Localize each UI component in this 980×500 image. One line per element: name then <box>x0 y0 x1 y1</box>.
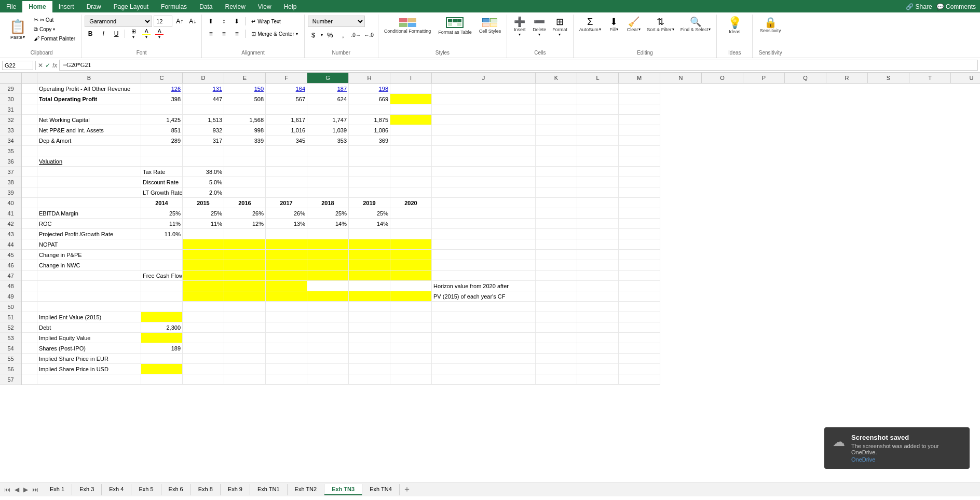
cell-H47[interactable] <box>349 271 390 281</box>
sheet-tab-exh-1[interactable]: Exh 1 <box>43 484 72 495</box>
cell-I46[interactable] <box>390 260 432 271</box>
cell-E46[interactable] <box>224 260 266 271</box>
cell-K45[interactable] <box>536 250 577 260</box>
cell-I48[interactable] <box>390 281 432 291</box>
cell-D50[interactable] <box>183 302 224 312</box>
cell-I33[interactable] <box>390 125 432 136</box>
tab-review[interactable]: Review <box>219 1 251 12</box>
cell-A35[interactable] <box>22 146 37 156</box>
cell-B47[interactable] <box>37 271 141 281</box>
font-color-button[interactable]: A ▾ <box>154 28 165 39</box>
cell-J47[interactable] <box>432 271 536 281</box>
cell-G37[interactable] <box>307 167 349 177</box>
col-header-n[interactable]: N <box>660 73 702 83</box>
cell-K54[interactable] <box>536 343 577 354</box>
tab-help[interactable]: Help <box>278 1 303 12</box>
cell-G39[interactable] <box>307 187 349 198</box>
cell-E52[interactable] <box>224 322 266 333</box>
cell-H49[interactable] <box>349 291 390 302</box>
cell-I43[interactable] <box>390 229 432 239</box>
cell-L34[interactable] <box>577 136 619 146</box>
align-top-button[interactable]: ⬆ <box>205 16 216 27</box>
cell-L38[interactable] <box>577 177 619 187</box>
cell-K35[interactable] <box>536 146 577 156</box>
cell-G33[interactable]: 1,039 <box>307 125 349 136</box>
cell-E47[interactable] <box>224 271 266 281</box>
cell-L40[interactable] <box>577 198 619 208</box>
cell-F44[interactable] <box>266 239 307 250</box>
cell-B37[interactable] <box>37 167 141 177</box>
cell-J42[interactable] <box>432 219 536 229</box>
cell-J36[interactable] <box>432 156 536 167</box>
cell-G53[interactable] <box>307 333 349 343</box>
cell-C47[interactable]: Free Cash Flow <box>141 271 183 281</box>
row-num-54[interactable]: 54 <box>0 343 21 354</box>
cell-M48[interactable] <box>619 281 660 291</box>
cell-J30[interactable] <box>432 94 536 104</box>
cell-M49[interactable] <box>619 291 660 302</box>
col-header-o[interactable]: O <box>702 73 743 83</box>
font-grow-button[interactable]: A↑ <box>174 16 185 27</box>
cell-H37[interactable] <box>349 167 390 177</box>
cell-L42[interactable] <box>577 219 619 229</box>
cell-D49[interactable] <box>183 291 224 302</box>
cell-J29[interactable] <box>432 84 536 94</box>
cell-D36[interactable] <box>183 156 224 167</box>
cell-B55[interactable]: Implied Share Price in EUR <box>37 354 141 364</box>
cell-G31[interactable] <box>307 104 349 115</box>
row-num-43[interactable]: 43 <box>0 229 21 239</box>
cell-A44[interactable] <box>22 239 37 250</box>
cell-B54[interactable]: Shares (Post-IPO) <box>37 343 141 354</box>
cell-A56[interactable] <box>22 364 37 374</box>
cell-D29[interactable]: 131 <box>183 84 224 94</box>
col-header-e[interactable]: E <box>224 73 266 83</box>
cell-L56[interactable] <box>577 364 619 374</box>
cell-H56[interactable] <box>349 364 390 374</box>
number-format-select[interactable]: Number <box>308 16 365 27</box>
cell-L33[interactable] <box>577 125 619 136</box>
col-header-p[interactable]: P <box>743 73 785 83</box>
cell-J33[interactable] <box>432 125 536 136</box>
cell-C57[interactable] <box>141 374 183 385</box>
cell-J56[interactable] <box>432 364 536 374</box>
tab-scroll-first-icon[interactable]: ⏮ <box>2 485 12 494</box>
cell-E31[interactable] <box>224 104 266 115</box>
cell-G43[interactable] <box>307 229 349 239</box>
row-num-40[interactable]: 40 <box>0 198 21 208</box>
cell-C29[interactable]: 126 <box>141 84 183 94</box>
bold-button[interactable]: B <box>85 28 96 39</box>
cell-J32[interactable] <box>432 115 536 125</box>
cell-B39[interactable] <box>37 187 141 198</box>
cell-G57[interactable] <box>307 374 349 385</box>
italic-button[interactable]: I <box>98 28 109 39</box>
sheet-tab-exh-8[interactable]: Exh 8 <box>191 484 221 495</box>
cell-A38[interactable] <box>22 177 37 187</box>
underline-button[interactable]: U <box>111 28 122 39</box>
row-num-37[interactable]: 37 <box>0 167 21 177</box>
currency-button[interactable]: $ <box>308 29 319 40</box>
cell-C42[interactable]: 11% <box>141 219 183 229</box>
cell-J43[interactable] <box>432 229 536 239</box>
align-left-button[interactable]: ≡ <box>205 28 216 39</box>
cell-E40[interactable]: 2016 <box>224 198 266 208</box>
cell-K46[interactable] <box>536 260 577 271</box>
col-header-c[interactable]: C <box>141 73 183 83</box>
sheet-tab-exh-5[interactable]: Exh 5 <box>131 484 161 495</box>
row-num-52[interactable]: 52 <box>0 322 21 333</box>
cell-F37[interactable] <box>266 167 307 177</box>
cell-F31[interactable] <box>266 104 307 115</box>
cell-G50[interactable] <box>307 302 349 312</box>
tab-view[interactable]: View <box>252 1 278 12</box>
cell-C48[interactable] <box>141 281 183 291</box>
cell-M37[interactable] <box>619 167 660 177</box>
cell-A47[interactable] <box>22 271 37 281</box>
align-right-button[interactable]: ≡ <box>231 28 242 39</box>
cell-I55[interactable] <box>390 354 432 364</box>
cell-G38[interactable] <box>307 177 349 187</box>
formula-input[interactable] <box>59 60 978 71</box>
cell-G35[interactable] <box>307 146 349 156</box>
cell-A42[interactable] <box>22 219 37 229</box>
cell-L48[interactable] <box>577 281 619 291</box>
cell-A33[interactable] <box>22 125 37 136</box>
cell-A37[interactable] <box>22 167 37 177</box>
